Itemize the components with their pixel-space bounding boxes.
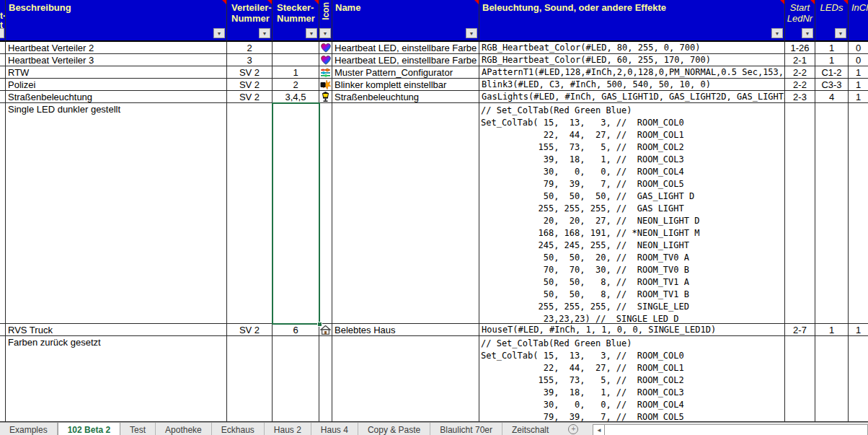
cell-icon[interactable] — [319, 79, 332, 91]
cell-leds[interactable]: 1 — [815, 42, 849, 54]
cell-verteiler[interactable]: SV 2 — [227, 79, 273, 91]
cell-icon[interactable] — [319, 91, 332, 103]
cell-name[interactable]: Heartbeat LED, einstellbare Farbe — [332, 54, 479, 66]
sheet-tab-haus-4[interactable]: Haus 4 — [311, 423, 358, 435]
filter-dropdown-icon[interactable]: ▼ — [835, 28, 846, 38]
header-cell-stecker-nummer[interactable]: Stecker- Nummer ▼ — [273, 0, 319, 42]
cell-verteiler[interactable]: 2 — [227, 42, 273, 54]
cell-edge[interactable] — [0, 66, 6, 79]
header-cell-start-lednr[interactable]: Start LedNr ▼ — [785, 0, 815, 42]
filter-dropdown-icon[interactable]: ▼ — [213, 28, 225, 38]
cell-start-lednr[interactable]: 1-26 — [785, 42, 815, 54]
cell-effekt-code[interactable]: RGB_Heartbeat_Color(#LED, 80, 255, 0, 70… — [479, 42, 785, 54]
cell-edge[interactable] — [0, 54, 6, 66]
sheet-tab-eckhaus[interactable]: Eckhaus — [212, 423, 265, 435]
cell-stecker[interactable] — [273, 42, 319, 54]
cell-beschreibung[interactable]: Straßenbeleuchtung — [6, 91, 227, 103]
cell-effekt-code[interactable]: APatternT1(#LED,128,#InCh,2,0,128,0,PM_N… — [479, 66, 785, 79]
cell-edge[interactable] — [0, 336, 6, 422]
sheet-tab-examples[interactable]: Examples — [0, 423, 58, 435]
header-cell-name[interactable]: Name ▼ — [332, 0, 479, 42]
cell-effekt-code[interactable]: Blink3(#LED, C3, #InCh, 500, 540, 50, 10… — [479, 79, 785, 91]
header-cell-inch[interactable]: InCh — [849, 0, 868, 42]
cell-effekt-code[interactable]: HouseT(#LED, #InCh, 1, 1, 0, 0, SINGLE_L… — [479, 324, 785, 336]
cell-stecker[interactable]: 2 — [273, 79, 319, 91]
cell-edge[interactable] — [0, 103, 6, 324]
cell-verteiler[interactable]: SV 2 — [227, 324, 273, 336]
cell-leds[interactable]: 4 — [815, 91, 849, 103]
cell-stecker[interactable]: 1 — [273, 66, 319, 79]
cell-icon[interactable] — [319, 54, 332, 66]
cell-inch[interactable]: 1 — [849, 324, 868, 336]
filter-dropdown-icon[interactable]: ▼ — [802, 28, 813, 38]
cell-leds[interactable]: 1 — [815, 54, 849, 66]
cell-inch[interactable]: 1 — [849, 66, 868, 79]
cell-verteiler[interactable]: SV 2 — [227, 91, 273, 103]
cell-beschreibung[interactable]: RTW — [6, 66, 227, 79]
cell-effekt-code[interactable]: // Set_ColTab(Red Green Blue) Set_ColTab… — [479, 103, 785, 324]
cell-name[interactable]: Belebtes Haus — [332, 324, 479, 336]
cell-name[interactable]: Heartbeat LED, einstellbare Farbe — [332, 42, 479, 54]
scroll-left-icon[interactable]: ◄ — [593, 424, 605, 435]
cell-leds[interactable] — [815, 103, 849, 324]
cell-leds[interactable]: C1-2 — [815, 66, 849, 79]
sheet-tab-test[interactable]: Test — [120, 423, 156, 435]
cell-icon[interactable] — [319, 42, 332, 54]
cell-edge[interactable] — [0, 91, 6, 103]
cell-inch[interactable] — [849, 103, 868, 324]
sheet-tab-102-beta-2-active[interactable]: 102 Beta 2 — [58, 423, 120, 435]
cell-verteiler[interactable] — [227, 336, 273, 422]
cell-edge[interactable] — [0, 79, 6, 91]
filter-dropdown-icon[interactable]: ▼ — [466, 28, 477, 38]
cell-stecker[interactable] — [273, 336, 319, 422]
cell-beschreibung[interactable]: RVS Truck — [6, 324, 227, 336]
sheet-tab-blaulicht-70er[interactable]: Blaulicht 70er — [430, 423, 502, 435]
cell-icon[interactable] — [319, 66, 332, 79]
cell-leds[interactable]: C3-3 — [815, 79, 849, 91]
cell-inch[interactable] — [849, 336, 868, 422]
cell-verteiler[interactable]: 3 — [227, 54, 273, 66]
cell-beschreibung[interactable]: Polizei — [6, 79, 227, 91]
cell-edge[interactable] — [0, 42, 6, 54]
cell-verteiler[interactable]: SV 2 — [227, 66, 273, 79]
cell-inch[interactable]: 0 — [849, 54, 868, 66]
cell-name[interactable]: Blinker komplett einstellbar — [332, 79, 479, 91]
cell-leds[interactable] — [815, 336, 849, 422]
scrollbar-track[interactable] — [605, 424, 868, 435]
cell-name[interactable]: Muster Pattern_Configurator — [332, 66, 479, 79]
sheet-tab-apotheke[interactable]: Apotheke — [156, 423, 212, 435]
cell-stecker[interactable]: 6 — [273, 324, 319, 336]
cell-beschreibung[interactable]: Farben zurück gesetzt — [6, 336, 227, 422]
header-cell-beschreibung[interactable]: Beschreibung ▼ — [6, 0, 227, 42]
cell-start-lednr[interactable]: 2-2 — [785, 66, 815, 79]
cell-stecker[interactable] — [273, 54, 319, 66]
cell-leds[interactable]: 1 — [815, 324, 849, 336]
cell-stecker[interactable]: 3,4,5 — [273, 91, 319, 103]
header-cell-leds[interactable]: LEDs ▼ — [815, 0, 849, 42]
cell-name[interactable]: Straßenbeleuchtung — [332, 91, 479, 103]
cell-inch[interactable]: 1 — [849, 91, 868, 103]
cell-icon[interactable] — [319, 336, 332, 422]
filter-dropdown-icon[interactable]: ▼ — [259, 28, 270, 38]
cell-start-lednr[interactable]: 2-1 — [785, 54, 815, 66]
sheet-tab-haus-2[interactable]: Haus 2 — [265, 423, 311, 435]
cell-inch[interactable]: 1 — [849, 79, 868, 91]
cell-start-lednr[interactable]: 2-3 — [785, 91, 815, 103]
sheet-tab-zeitschalt[interactable]: Zeitschalt — [502, 423, 558, 435]
cell-verteiler[interactable] — [227, 103, 273, 324]
cell-inch[interactable]: 0 — [849, 42, 868, 54]
cell-edge[interactable] — [0, 324, 6, 336]
cell-effekt-code[interactable]: // Set_ColTab(Red Green Blue) Set_ColTab… — [479, 336, 785, 422]
cell-start-lednr[interactable] — [785, 103, 815, 324]
cell-beschreibung[interactable]: Heartbeat Verteiler 2 — [6, 42, 227, 54]
cell-start-lednr[interactable]: 2-7 — [785, 324, 815, 336]
header-cell-icon[interactable]: Icon ▼ — [319, 0, 332, 42]
sheet-tab-copy-paste[interactable]: Copy & Paste — [358, 423, 430, 435]
header-cell-effekte[interactable]: Beleuchtung, Sound, oder andere Effekte … — [479, 0, 785, 42]
header-cell-verteiler-nummer[interactable]: Verteiler- Nummer ▼ — [227, 0, 273, 42]
cell-name[interactable] — [332, 336, 479, 422]
cell-start-lednr[interactable] — [785, 336, 815, 422]
filter-dropdown-fragment[interactable] — [0, 28, 4, 38]
cell-effekt-code[interactable]: GasLights(#LED, #InCh, GAS_LIGHT1D, GAS_… — [479, 91, 785, 103]
header-cell-cut-edge[interactable]: t- t — [0, 0, 6, 42]
